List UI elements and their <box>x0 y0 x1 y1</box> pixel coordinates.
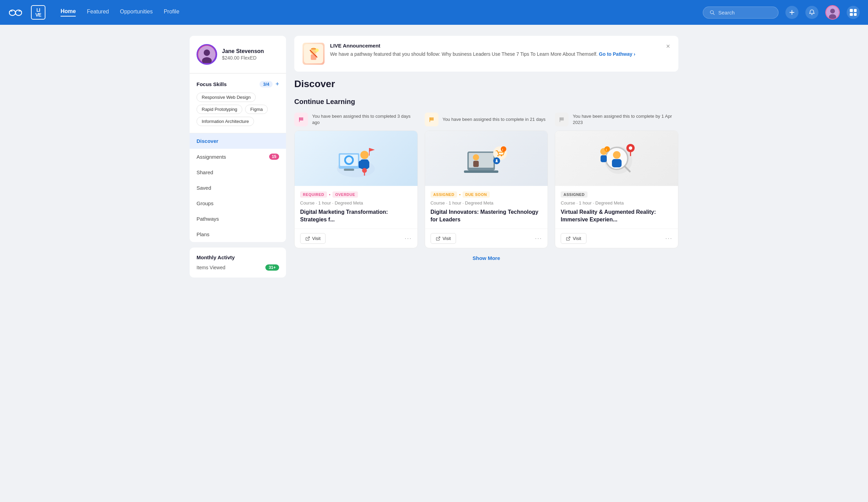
card-badges-1: REQUIRED • OVERDUE <box>300 192 412 198</box>
search-input[interactable] <box>718 10 766 16</box>
course-card-wrapper-1: You have been assigned this to completed… <box>294 113 418 248</box>
badge-required-1: REQUIRED <box>300 192 327 198</box>
focus-skills-add-button[interactable]: + <box>275 81 279 88</box>
nav-opportunities[interactable]: Opportunities <box>120 9 153 16</box>
monthly-items-viewed-row: Items Viewed 31+ <box>197 264 279 270</box>
user-avatar[interactable] <box>825 5 840 20</box>
page-layout: Jane Stevenson $240.00 FlexED Focus Skil… <box>183 25 685 288</box>
show-more-row: Show More <box>294 248 678 268</box>
svg-point-22 <box>360 151 369 159</box>
svg-point-6 <box>830 9 835 13</box>
assignment-notice-2: You have been assigned this to complete … <box>425 113 548 126</box>
course-card-wrapper-2: You have been assigned this to complete … <box>425 113 548 248</box>
assignment-flag-3 <box>555 113 569 126</box>
course-cards-grid: You have been assigned this to completed… <box>294 113 678 248</box>
search-icon <box>709 10 715 15</box>
card-meta-1: Course · 1 hour · Degreed Meta <box>300 201 412 206</box>
sidebar-item-groups[interactable]: Groups <box>190 196 286 211</box>
sidebar-item-assignments[interactable]: Assignments 15 <box>190 149 286 165</box>
card-thumbnail-3: ! <box>555 131 678 186</box>
nav-home[interactable]: Home <box>61 8 76 17</box>
glasses-icon[interactable] <box>8 8 23 17</box>
focus-tag-figma[interactable]: Figma <box>245 105 268 114</box>
badge-assigned-3: ASSIGNED <box>561 192 587 198</box>
focus-skills-section: Focus Skills 3/4 + Responsive Web Design… <box>190 74 286 133</box>
svg-rect-31 <box>469 153 494 168</box>
sidebar: Jane Stevenson $240.00 FlexED Focus Skil… <box>190 36 286 277</box>
visit-button-2[interactable]: Visit <box>431 233 456 244</box>
card-actions-2: Visit ··· <box>425 229 548 248</box>
assignment-flag-1 <box>294 113 308 126</box>
nav-featured[interactable]: Featured <box>87 9 109 16</box>
svg-point-52 <box>604 146 610 152</box>
discover-section: Discover Continue Learning You have been… <box>294 79 678 268</box>
svg-rect-29 <box>430 117 430 122</box>
announcement-banner: LIVE Announcement We have a pathway feat… <box>294 36 678 72</box>
card-title-2: Digital Innovators: Mastering Technology… <box>431 208 542 223</box>
brand-logo[interactable]: LIVE <box>31 5 45 20</box>
continue-learning-heading: Continue Learning <box>294 98 678 106</box>
external-link-icon-1 <box>305 236 310 241</box>
focus-tag-rapid-prototyping[interactable]: Rapid Prototyping <box>197 105 242 114</box>
sidebar-item-plans[interactable]: Plans <box>190 227 286 242</box>
sidebar-item-saved[interactable]: Saved <box>190 180 286 196</box>
assignments-badge: 15 <box>269 154 279 160</box>
sidebar-item-discover[interactable]: Discover <box>190 133 286 149</box>
visit-button-1[interactable]: Visit <box>300 233 326 244</box>
announcement-close-button[interactable]: × <box>666 43 670 50</box>
external-link-icon-3 <box>566 236 571 241</box>
announcement-body: LIVE Announcement We have a pathway feat… <box>330 43 660 58</box>
svg-point-7 <box>829 14 836 19</box>
focus-tag-info-arch[interactable]: Information Architecture <box>197 117 254 126</box>
assignment-flag-2 <box>425 113 438 126</box>
show-more-button[interactable]: Show More <box>473 255 500 261</box>
focus-skills-count: 3/4 <box>259 81 272 88</box>
focus-tags-container: Responsive Web Design Rapid Prototyping … <box>197 93 279 126</box>
more-options-button-1[interactable]: ··· <box>405 235 412 242</box>
svg-marker-27 <box>370 148 375 152</box>
card-body-1: REQUIRED • OVERDUE Course · 1 hour · Deg… <box>294 186 417 229</box>
assignment-notice-1: You have been assigned this to completed… <box>294 113 418 126</box>
svg-rect-26 <box>369 148 370 156</box>
add-button[interactable] <box>785 6 798 19</box>
svg-point-46 <box>613 151 621 159</box>
search-bar[interactable] <box>703 7 778 19</box>
course-card-wrapper-3: You have been assigned this to complete … <box>555 113 678 248</box>
svg-point-33 <box>473 154 479 161</box>
svg-point-36 <box>497 155 499 156</box>
more-options-button-2[interactable]: ··· <box>535 235 542 242</box>
apps-grid-button[interactable] <box>847 6 860 19</box>
focus-skills-title: Focus Skills <box>197 81 227 87</box>
profile-info: Jane Stevenson $240.00 FlexED <box>222 48 264 61</box>
badge-overdue-1: OVERDUE <box>332 192 358 198</box>
card-body-2: ASSIGNED • DUE SOON Course · 1 hour · De… <box>425 186 548 229</box>
card-badges-3: ASSIGNED <box>561 192 672 198</box>
card-meta-2: Course · 1 hour · Degreed Meta <box>431 201 542 206</box>
sidebar-item-pathways[interactable]: Pathways <box>190 211 286 227</box>
items-viewed-count: 31+ <box>265 264 279 270</box>
profile-balance: $240.00 FlexED <box>222 55 264 61</box>
profile-name: Jane Stevenson <box>222 48 264 54</box>
badge-assigned-2: ASSIGNED <box>431 192 457 198</box>
course-card-2: ! ASSIGNED <box>425 131 548 248</box>
notification-button[interactable] <box>805 6 818 19</box>
course-card-3: ! ASSIGNED Course · 1 hour · Degreed Met… <box>555 131 678 248</box>
sidebar-nav: Discover Assignments 15 Shared Saved Gro… <box>190 133 286 242</box>
external-link-icon-2 <box>436 236 441 241</box>
svg-text:!: ! <box>502 148 503 152</box>
announcement-link[interactable]: Go to Pathway › <box>599 51 636 57</box>
profile-avatar[interactable] <box>197 44 217 65</box>
card-body-3: ASSIGNED Course · 1 hour · Degreed Meta … <box>555 186 678 229</box>
sidebar-item-shared[interactable]: Shared <box>190 165 286 180</box>
card-thumbnail-2: ! <box>425 131 548 186</box>
grid-icon <box>850 9 857 16</box>
more-options-button-3[interactable]: ··· <box>665 235 672 242</box>
nav-profile[interactable]: Profile <box>164 9 179 16</box>
svg-rect-51 <box>601 155 607 162</box>
badge-due-soon-2: DUE SOON <box>463 192 490 198</box>
visit-button-3[interactable]: Visit <box>561 233 586 244</box>
assignment-notice-text-1: You have been assigned this to completed… <box>312 113 418 126</box>
svg-rect-21 <box>344 169 354 171</box>
discover-heading: Discover <box>294 79 678 90</box>
focus-tag-responsive-web[interactable]: Responsive Web Design <box>197 93 256 102</box>
